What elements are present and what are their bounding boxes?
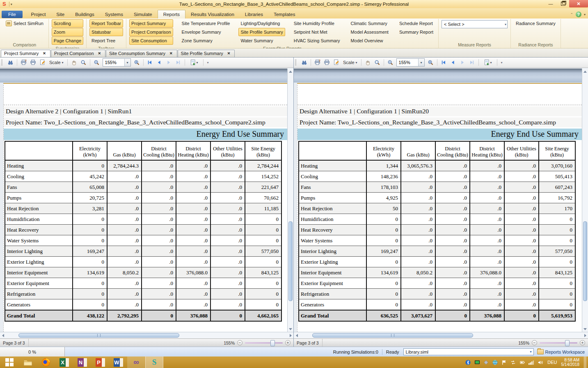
close-tab-icon[interactable]: ✕ (226, 51, 232, 56)
tab-templates[interactable]: Templates (268, 10, 300, 18)
zoom-in-button[interactable] (426, 58, 435, 67)
scroll-left-arrow-icon[interactable] (294, 332, 300, 338)
globe-icon[interactable] (492, 359, 498, 366)
zoom-dynamic-button[interactable] (373, 58, 382, 67)
language-indicator[interactable]: DEU (547, 360, 557, 365)
taskbar-app-simergy[interactable]: S (145, 356, 163, 368)
taskbar-app-word[interactable]: W (109, 356, 127, 368)
tab-site[interactable]: Site (51, 10, 70, 18)
horizontal-scrollbar[interactable] (0, 332, 293, 338)
ribbon-button-climatic-summary[interactable]: Climatic Summary (349, 19, 391, 28)
tab-libraries[interactable]: Libraries (240, 10, 268, 18)
print-preview-button[interactable]: ? (19, 58, 28, 67)
zoom-in-button[interactable] (133, 58, 141, 67)
bluetooth-icon[interactable] (465, 359, 471, 366)
zoom-level-combo[interactable]: 155%▾ (103, 58, 131, 67)
taskbar-app-firefox[interactable] (37, 356, 55, 368)
close-tab-icon[interactable]: ✕ (97, 51, 103, 56)
reports-workspace-label[interactable]: Reports Workspace (545, 350, 585, 354)
print-button[interactable] (323, 58, 331, 67)
minimize-ribbon-icon[interactable]: ⌃ (570, 13, 573, 16)
last-page-button[interactable] (468, 58, 476, 67)
ribbon-button-project-comparison[interactable]: Project Comparison (129, 28, 173, 36)
ribbon-button-project-summary[interactable]: Project Summary (129, 19, 173, 28)
chevron-down-icon[interactable]: ▾ (584, 13, 586, 16)
signal-icon[interactable] (528, 359, 534, 366)
battery-icon[interactable] (519, 359, 525, 366)
zoom-dynamic-button[interactable] (79, 58, 88, 67)
ribbon-button-model-overview[interactable]: Model Overview (349, 37, 391, 45)
zoom-in-icon[interactable]: + (285, 340, 291, 345)
zoom-slider-thumb[interactable] (565, 340, 570, 346)
quick-access-chevron-icon[interactable]: ▾ (11, 2, 12, 6)
monitor-icon[interactable] (474, 359, 480, 366)
ribbon-button-lighting-daylighting[interactable]: Lighting/Daylighting (238, 19, 285, 28)
pan-button[interactable] (364, 58, 372, 67)
zoom-slider-thumb[interactable] (270, 340, 275, 346)
zoom-out-icon[interactable]: − (532, 340, 537, 345)
zoom-out-button[interactable] (92, 58, 101, 67)
scroll-down-arrow-icon[interactable] (288, 326, 293, 332)
clock[interactable]: 8:58 AM 5/14/2018 (561, 358, 580, 367)
tab-simulate[interactable]: Simulate (128, 10, 158, 18)
ribbon-button-radiance-summary[interactable]: Radiance Summary (514, 19, 558, 28)
ribbon-button-site-consumption[interactable]: Site Consumption (129, 37, 173, 45)
ribbon-button-page-change[interactable]: Page Change (52, 37, 83, 45)
zoom-out-icon[interactable]: − (237, 340, 243, 345)
toolbar-overflow-button[interactable]: ▾ (499, 61, 504, 64)
tab-file[interactable]: File (2, 11, 23, 18)
doc-tab-project-comparison[interactable]: Project Comparison✕ (51, 50, 105, 57)
restore-button[interactable] (557, 0, 569, 7)
tab-reports[interactable]: Reports (158, 10, 185, 18)
ribbon-button-zone-summary[interactable]: Zone Summary (180, 37, 232, 45)
horizontal-scrollbar-thumb[interactable] (18, 333, 179, 338)
zoom-out-button[interactable] (386, 58, 395, 67)
horizontal-scrollbar[interactable] (294, 332, 588, 338)
ribbon-button-site-profile-summary[interactable]: Site Profile Summary (238, 28, 285, 36)
scroll-right-arrow-icon[interactable] (288, 332, 293, 338)
sync-icon[interactable] (510, 359, 516, 366)
close-button[interactable]: ✕ (569, 0, 588, 7)
export-button[interactable]: ▾ (481, 58, 495, 67)
print-preview-button[interactable]: ? (313, 58, 322, 67)
start-button[interactable] (0, 356, 19, 368)
scroll-down-arrow-icon[interactable] (582, 326, 588, 332)
page-setup-button[interactable] (38, 58, 47, 67)
tab-systems[interactable]: Systems (100, 10, 128, 18)
print-button[interactable] (29, 58, 37, 67)
doc-tab-project-summary[interactable]: Project Summary✕ (1, 50, 50, 57)
ribbon-button-model-assessment[interactable]: Model Assessment (349, 28, 391, 36)
flag-icon[interactable] (501, 359, 507, 366)
next-page-button[interactable] (458, 58, 467, 67)
toolbar-grip[interactable] (295, 59, 298, 66)
toolbar-overflow-button[interactable]: ▾ (206, 61, 210, 64)
next-page-button[interactable] (165, 58, 173, 67)
ribbon-button-scrolling[interactable]: Scrolling (52, 19, 83, 28)
scroll-left-arrow-icon[interactable] (0, 332, 6, 338)
ribbon-button-report-toolbar[interactable]: Report Toolbar (89, 19, 123, 28)
ribbon-button-envelope-summary[interactable]: Envelope Summary (180, 28, 232, 36)
tab-results-visualization[interactable]: Results Visualization (185, 10, 240, 18)
vertical-scrollbar-thumb[interactable] (583, 221, 587, 301)
page-setup-button[interactable] (332, 58, 341, 67)
ribbon-button-zoom[interactable]: Zoom (52, 28, 83, 36)
pan-button[interactable] (70, 58, 78, 67)
toolbar-grip[interactable] (1, 59, 4, 66)
help-icon[interactable]: ? (576, 12, 581, 17)
taskbar-app-powerpoint[interactable]: P (91, 356, 109, 368)
close-tab-icon[interactable]: ✕ (41, 51, 47, 56)
horizontal-scrollbar-thumb[interactable] (312, 333, 473, 338)
show-desktop-button[interactable] (584, 356, 586, 368)
zoom-slider[interactable] (245, 340, 283, 345)
find-button[interactable] (300, 58, 309, 67)
first-page-button[interactable] (146, 58, 154, 67)
scroll-right-arrow-icon[interactable] (582, 332, 588, 338)
scale-dropdown[interactable]: Scale▾ (341, 60, 359, 65)
vertical-scrollbar-thumb[interactable] (288, 221, 293, 301)
taskbar-app-excel[interactable]: X (55, 356, 73, 368)
doc-tab-site-consumption-summary[interactable]: Site Consumption Summary✕ (106, 50, 177, 57)
taskbar-app-onenote[interactable]: N (73, 356, 91, 368)
speaker-icon[interactable] (537, 359, 543, 366)
export-button[interactable]: ▾ (187, 58, 201, 67)
ribbon-button-summary-report[interactable]: Summary Report (397, 28, 435, 36)
